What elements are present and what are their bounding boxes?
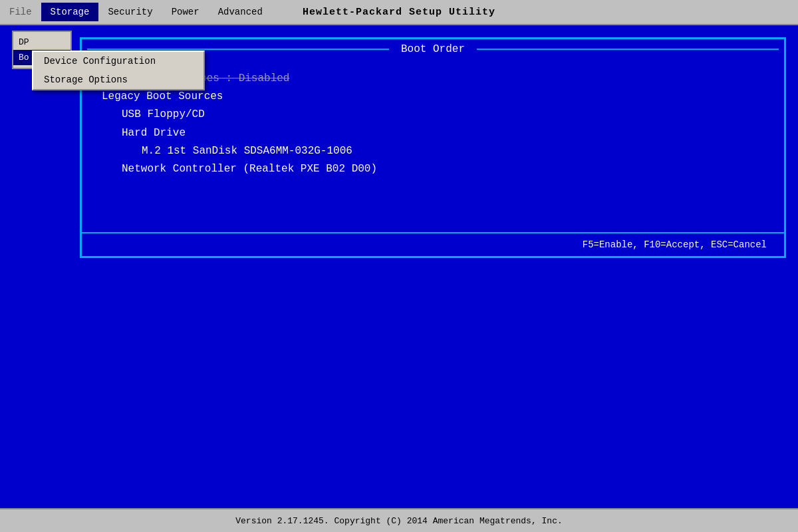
boot-entry-network[interactable]: Network Controller (Realtek PXE B02 D00) xyxy=(102,160,764,178)
boot-entry-legacy[interactable]: Legacy Boot Sources xyxy=(102,88,764,106)
footer-hint: F5=Enable, F10=Accept, ESC=Cancel xyxy=(583,239,773,250)
menu-items: File Storage Security Power Advanced xyxy=(0,0,272,24)
menu-security[interactable]: Security xyxy=(98,3,162,21)
menu-power[interactable]: Power xyxy=(162,3,209,21)
boot-entry-usb-label: USB Floppy/CD xyxy=(122,106,205,124)
status-text: Version 2.17.1245. Copyright (C) 2014 Am… xyxy=(235,516,562,526)
menu-advanced[interactable]: Advanced xyxy=(209,3,272,21)
boot-entry-usb[interactable]: USB Floppy/CD xyxy=(102,106,764,124)
dropdown-menu: Device Configuration Storage Options xyxy=(32,51,205,90)
boot-entry-harddrive-label: Hard Drive xyxy=(122,124,186,142)
menu-storage[interactable]: Storage xyxy=(41,3,99,21)
dropdown-storage-options[interactable]: Storage Options xyxy=(33,70,203,89)
status-bar: Version 2.17.1245. Copyright (C) 2014 Am… xyxy=(0,508,798,532)
app-title: Hewlett-Packard Setup Utility xyxy=(303,7,495,18)
boot-entry-harddrive[interactable]: Hard Drive xyxy=(102,124,764,142)
boot-entry-network-label: Network Controller (Realtek PXE B02 D00) xyxy=(122,160,377,178)
dialog-footer: F5=Enable, F10=Accept, ESC=Cancel xyxy=(82,232,784,256)
sidebar-item-dp[interactable]: DP xyxy=(13,35,70,50)
menu-bar: Hewlett-Packard Setup Utility File Stora… xyxy=(0,0,798,25)
boot-entry-sandisk-label: M.2 1st SanDisk SDSA6MM-032G-1006 xyxy=(142,142,352,160)
storage-dropdown: Device Configuration Storage Options xyxy=(32,51,205,90)
main-area: Device Configuration Storage Options DP … xyxy=(0,25,798,508)
dialog-title: Boot Order xyxy=(394,43,471,55)
menu-file[interactable]: File xyxy=(0,3,41,21)
boot-entry-sandisk[interactable]: M.2 1st SanDisk SDSA6MM-032G-1006 xyxy=(102,142,764,160)
dropdown-device-configuration[interactable]: Device Configuration xyxy=(33,52,203,70)
boot-entry-legacy-label: Legacy Boot Sources xyxy=(102,88,223,106)
